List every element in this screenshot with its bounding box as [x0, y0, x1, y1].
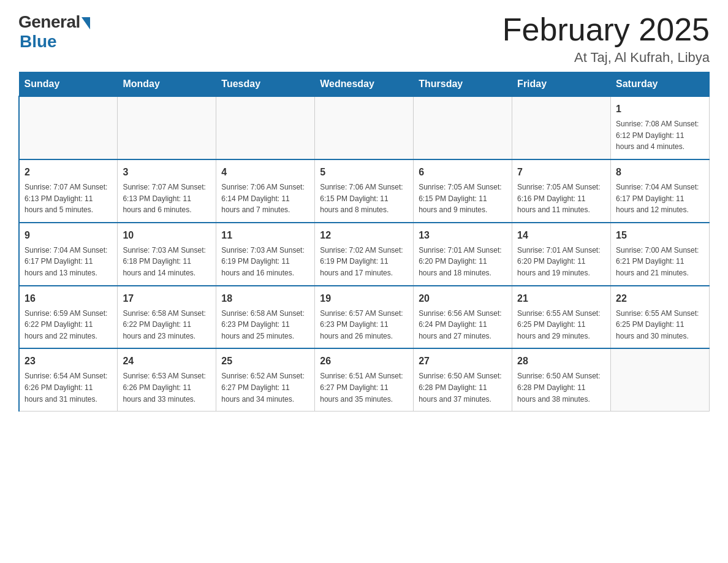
day-info: Sunrise: 6:53 AM Sunset: 6:26 PM Dayligh…: [123, 370, 211, 405]
day-number: 2: [25, 165, 112, 180]
day-info: Sunrise: 7:04 AM Sunset: 6:17 PM Dayligh…: [25, 245, 112, 279]
calendar-header-wednesday: Wednesday: [315, 72, 414, 97]
day-info: Sunrise: 7:04 AM Sunset: 6:17 PM Dayligh…: [616, 182, 704, 216]
calendar-day-cell: 25Sunrise: 6:52 AM Sunset: 6:27 PM Dayli…: [216, 348, 315, 411]
logo: General Blue: [18, 12, 90, 52]
calendar-table: SundayMondayTuesdayWednesdayThursdayFrid…: [18, 72, 710, 412]
calendar-day-cell: 10Sunrise: 7:03 AM Sunset: 6:18 PM Dayli…: [118, 223, 216, 286]
day-info: Sunrise: 7:05 AM Sunset: 6:16 PM Dayligh…: [517, 182, 605, 216]
calendar-day-cell: 24Sunrise: 6:53 AM Sunset: 6:26 PM Dayli…: [118, 348, 216, 411]
page-title: February 2025: [502, 12, 710, 47]
day-info: Sunrise: 6:59 AM Sunset: 6:22 PM Dayligh…: [25, 308, 112, 342]
calendar-day-cell: 26Sunrise: 6:51 AM Sunset: 6:27 PM Dayli…: [315, 348, 414, 411]
day-info: Sunrise: 7:07 AM Sunset: 6:13 PM Dayligh…: [123, 182, 211, 216]
day-number: 23: [25, 354, 112, 369]
day-info: Sunrise: 6:58 AM Sunset: 6:23 PM Dayligh…: [221, 308, 309, 342]
calendar-header-saturday: Saturday: [611, 72, 710, 97]
calendar-day-cell: 12Sunrise: 7:02 AM Sunset: 6:19 PM Dayli…: [315, 223, 414, 286]
calendar-day-cell: 19Sunrise: 6:57 AM Sunset: 6:23 PM Dayli…: [315, 286, 414, 349]
calendar-day-cell: 4Sunrise: 7:06 AM Sunset: 6:14 PM Daylig…: [216, 159, 315, 223]
day-number: 28: [517, 354, 605, 369]
subtitle: At Taj, Al Kufrah, Libya: [502, 50, 710, 66]
calendar-week-row: 2Sunrise: 7:07 AM Sunset: 6:13 PM Daylig…: [19, 159, 710, 223]
day-info: Sunrise: 6:56 AM Sunset: 6:24 PM Dayligh…: [419, 308, 507, 342]
calendar-day-cell: 28Sunrise: 6:50 AM Sunset: 6:28 PM Dayli…: [512, 348, 611, 411]
day-info: Sunrise: 7:01 AM Sunset: 6:20 PM Dayligh…: [517, 245, 605, 279]
day-number: 12: [320, 228, 408, 243]
day-number: 18: [221, 291, 309, 306]
day-number: 16: [25, 291, 112, 306]
day-info: Sunrise: 7:03 AM Sunset: 6:19 PM Dayligh…: [221, 245, 309, 279]
day-number: 20: [419, 291, 507, 306]
day-info: Sunrise: 7:08 AM Sunset: 6:12 PM Dayligh…: [616, 118, 704, 153]
calendar-day-cell: 15Sunrise: 7:00 AM Sunset: 6:21 PM Dayli…: [611, 223, 710, 286]
logo-blue-text: Blue: [20, 32, 57, 52]
calendar-day-cell: 16Sunrise: 6:59 AM Sunset: 6:22 PM Dayli…: [19, 286, 118, 349]
day-number: 6: [419, 165, 507, 180]
day-number: 3: [123, 165, 211, 180]
day-number: 14: [517, 228, 605, 243]
day-info: Sunrise: 6:50 AM Sunset: 6:28 PM Dayligh…: [419, 370, 507, 405]
day-info: Sunrise: 6:55 AM Sunset: 6:25 PM Dayligh…: [517, 308, 605, 342]
day-number: 1: [616, 102, 704, 117]
day-info: Sunrise: 7:07 AM Sunset: 6:13 PM Dayligh…: [25, 182, 112, 216]
day-info: Sunrise: 6:52 AM Sunset: 6:27 PM Dayligh…: [221, 370, 309, 405]
calendar-day-cell: 13Sunrise: 7:01 AM Sunset: 6:20 PM Dayli…: [414, 223, 512, 286]
calendar-header-friday: Friday: [512, 72, 611, 97]
day-number: 7: [517, 165, 605, 180]
day-number: 13: [419, 228, 507, 243]
day-info: Sunrise: 7:01 AM Sunset: 6:20 PM Dayligh…: [419, 245, 507, 279]
calendar-day-cell: 6Sunrise: 7:05 AM Sunset: 6:15 PM Daylig…: [414, 159, 512, 223]
day-info: Sunrise: 6:55 AM Sunset: 6:25 PM Dayligh…: [616, 308, 704, 342]
calendar-week-row: 16Sunrise: 6:59 AM Sunset: 6:22 PM Dayli…: [19, 286, 710, 349]
day-info: Sunrise: 7:06 AM Sunset: 6:15 PM Dayligh…: [320, 182, 408, 216]
calendar-day-cell: 8Sunrise: 7:04 AM Sunset: 6:17 PM Daylig…: [611, 159, 710, 223]
calendar-week-row: 1Sunrise: 7:08 AM Sunset: 6:12 PM Daylig…: [19, 96, 710, 159]
day-info: Sunrise: 7:03 AM Sunset: 6:18 PM Dayligh…: [123, 245, 211, 279]
day-number: 11: [221, 228, 309, 243]
day-number: 8: [616, 165, 704, 180]
calendar-day-cell: 18Sunrise: 6:58 AM Sunset: 6:23 PM Dayli…: [216, 286, 315, 349]
title-section: February 2025 At Taj, Al Kufrah, Libya: [502, 12, 710, 66]
day-number: 21: [517, 291, 605, 306]
calendar-day-cell: [118, 96, 216, 159]
calendar-day-cell: 2Sunrise: 7:07 AM Sunset: 6:13 PM Daylig…: [19, 159, 118, 223]
logo-general-text: General: [18, 12, 80, 32]
calendar-day-cell: 7Sunrise: 7:05 AM Sunset: 6:16 PM Daylig…: [512, 159, 611, 223]
calendar-header-monday: Monday: [118, 72, 216, 97]
calendar-day-cell: 5Sunrise: 7:06 AM Sunset: 6:15 PM Daylig…: [315, 159, 414, 223]
day-number: 15: [616, 228, 704, 243]
day-info: Sunrise: 7:06 AM Sunset: 6:14 PM Dayligh…: [221, 182, 309, 216]
calendar-day-cell: 20Sunrise: 6:56 AM Sunset: 6:24 PM Dayli…: [414, 286, 512, 349]
day-number: 5: [320, 165, 408, 180]
day-number: 27: [419, 354, 507, 369]
calendar-day-cell: [19, 96, 118, 159]
calendar-week-row: 23Sunrise: 6:54 AM Sunset: 6:26 PM Dayli…: [19, 348, 710, 411]
calendar-week-row: 9Sunrise: 7:04 AM Sunset: 6:17 PM Daylig…: [19, 223, 710, 286]
calendar-day-cell: 14Sunrise: 7:01 AM Sunset: 6:20 PM Dayli…: [512, 223, 611, 286]
calendar-day-cell: 21Sunrise: 6:55 AM Sunset: 6:25 PM Dayli…: [512, 286, 611, 349]
calendar-day-cell: 1Sunrise: 7:08 AM Sunset: 6:12 PM Daylig…: [611, 96, 710, 159]
calendar-day-cell: [216, 96, 315, 159]
day-number: 9: [25, 228, 112, 243]
day-number: 4: [221, 165, 309, 180]
calendar-day-cell: 9Sunrise: 7:04 AM Sunset: 6:17 PM Daylig…: [19, 223, 118, 286]
calendar-header-tuesday: Tuesday: [216, 72, 315, 97]
logo-arrow-icon: [82, 17, 90, 29]
day-info: Sunrise: 6:54 AM Sunset: 6:26 PM Dayligh…: [25, 370, 112, 405]
calendar-day-cell: [414, 96, 512, 159]
page-header: General Blue February 2025 At Taj, Al Ku…: [18, 12, 710, 66]
calendar-day-cell: 27Sunrise: 6:50 AM Sunset: 6:28 PM Dayli…: [414, 348, 512, 411]
calendar-day-cell: [512, 96, 611, 159]
day-info: Sunrise: 6:51 AM Sunset: 6:27 PM Dayligh…: [320, 370, 408, 405]
calendar-day-cell: 22Sunrise: 6:55 AM Sunset: 6:25 PM Dayli…: [611, 286, 710, 349]
day-number: 26: [320, 354, 408, 369]
day-info: Sunrise: 6:50 AM Sunset: 6:28 PM Dayligh…: [517, 370, 605, 405]
calendar-day-cell: 3Sunrise: 7:07 AM Sunset: 6:13 PM Daylig…: [118, 159, 216, 223]
calendar-day-cell: 23Sunrise: 6:54 AM Sunset: 6:26 PM Dayli…: [19, 348, 118, 411]
calendar-day-cell: 17Sunrise: 6:58 AM Sunset: 6:22 PM Dayli…: [118, 286, 216, 349]
day-number: 22: [616, 291, 704, 306]
day-number: 17: [123, 291, 211, 306]
day-number: 19: [320, 291, 408, 306]
day-info: Sunrise: 7:05 AM Sunset: 6:15 PM Dayligh…: [419, 182, 507, 216]
